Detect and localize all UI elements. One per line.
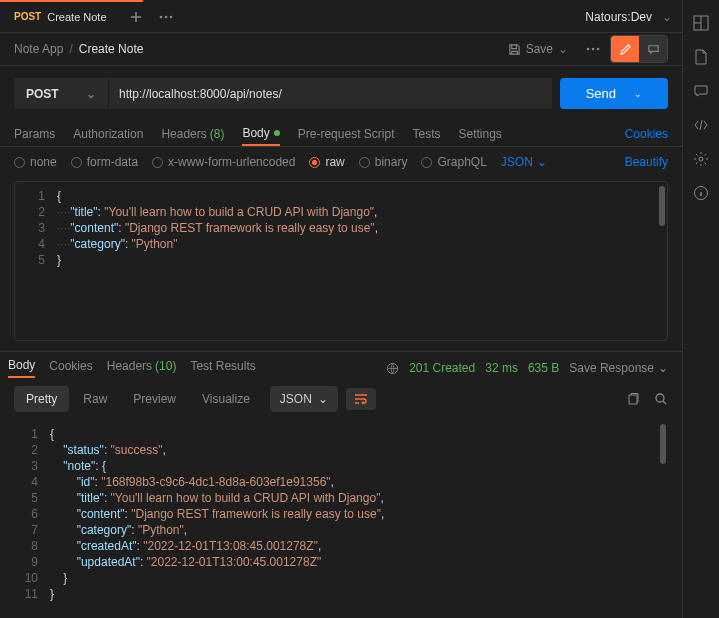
- svg-rect-7: [629, 395, 637, 404]
- breadcrumb: Note App / Create Note Save ⌄: [0, 33, 682, 66]
- resp-tab-body[interactable]: Body: [8, 358, 35, 378]
- comments-icon[interactable]: [693, 83, 709, 99]
- save-icon: [508, 43, 521, 56]
- tab-authorization[interactable]: Authorization: [73, 121, 143, 146]
- tab-body[interactable]: Body: [242, 121, 279, 146]
- body-type-raw[interactable]: raw: [309, 155, 344, 169]
- radio-icon: [309, 157, 320, 168]
- request-more-button[interactable]: [586, 47, 600, 51]
- body-type-binary[interactable]: binary: [359, 155, 408, 169]
- chevron-down-icon: ⌄: [658, 361, 668, 375]
- code-content[interactable]: { ····"title": "You'll learn how to buil…: [53, 182, 667, 340]
- breadcrumb-parent[interactable]: Note App: [14, 42, 63, 56]
- view-visualize[interactable]: Visualize: [190, 386, 262, 412]
- chevron-down-icon: ⌄: [318, 392, 328, 406]
- scrollbar[interactable]: [660, 424, 666, 464]
- environment-selector[interactable]: Natours:Dev ⌄: [585, 10, 682, 24]
- status-code: 201 Created: [409, 361, 475, 375]
- view-preview[interactable]: Preview: [121, 386, 188, 412]
- right-sidebar: [682, 0, 719, 618]
- code-content: { "status": "success", "note": { "id": "…: [46, 420, 668, 608]
- request-tab[interactable]: POST Create Note: [0, 2, 121, 32]
- response-body-editor[interactable]: 1234567891011 { "status": "success", "no…: [8, 420, 668, 608]
- body-type-none[interactable]: none: [14, 155, 57, 169]
- more-icon: [586, 47, 600, 51]
- more-icon: [159, 15, 173, 19]
- response-format-select[interactable]: JSON⌄: [270, 386, 338, 412]
- beautify-button[interactable]: Beautify: [625, 155, 668, 169]
- tab-more-button[interactable]: [151, 15, 181, 19]
- body-type-graphql[interactable]: GraphQL: [421, 155, 486, 169]
- radio-icon: [14, 157, 25, 168]
- tab-name-label: Create Note: [47, 11, 106, 23]
- save-response-button[interactable]: Save Response⌄: [569, 361, 668, 375]
- settings-icon[interactable]: [693, 151, 709, 167]
- line-gutter: 12345: [15, 182, 53, 340]
- tab-headers[interactable]: Headers(8): [161, 121, 224, 146]
- edit-mode-button[interactable]: [611, 36, 639, 62]
- chevron-down-icon: ⌄: [634, 89, 642, 99]
- tab-tests[interactable]: Tests: [412, 121, 440, 146]
- status-size: 635 B: [528, 361, 559, 375]
- radio-icon: [152, 157, 163, 168]
- tab-settings[interactable]: Settings: [459, 121, 502, 146]
- svg-point-1: [164, 16, 167, 19]
- search-icon[interactable]: [654, 392, 668, 406]
- scrollbar[interactable]: [659, 186, 665, 226]
- chevron-down-icon: ⌄: [86, 87, 96, 101]
- response-toolbar: Pretty Raw Preview Visualize JSON⌄: [0, 378, 682, 420]
- save-button[interactable]: Save ⌄: [500, 38, 576, 60]
- tab-params[interactable]: Params: [14, 121, 55, 146]
- info-icon[interactable]: [693, 185, 709, 201]
- chevron-down-icon: ⌄: [662, 10, 672, 24]
- radio-icon: [421, 157, 432, 168]
- resp-tab-testresults[interactable]: Test Results: [190, 359, 255, 377]
- method-value: POST: [26, 87, 59, 101]
- svg-point-0: [159, 16, 162, 19]
- tab-prerequest[interactable]: Pre-request Script: [298, 121, 395, 146]
- cookies-link[interactable]: Cookies: [625, 127, 668, 141]
- wrap-icon: [354, 394, 368, 404]
- resp-tab-cookies[interactable]: Cookies: [49, 359, 92, 377]
- view-raw[interactable]: Raw: [71, 386, 119, 412]
- url-row: POST ⌄ Send ⌄: [0, 66, 682, 121]
- breadcrumb-current: Create Note: [79, 42, 144, 56]
- docs-icon[interactable]: [693, 49, 709, 65]
- svg-point-4: [592, 48, 595, 51]
- copy-icon[interactable]: [626, 392, 640, 406]
- add-tab-button[interactable]: [121, 11, 151, 23]
- chevron-down-icon: ⌄: [558, 42, 568, 56]
- raw-format-select[interactable]: JSON⌄: [501, 155, 547, 169]
- radio-icon: [71, 157, 82, 168]
- environment-name: Natours:Dev: [585, 10, 652, 24]
- save-label: Save: [526, 42, 553, 56]
- chevron-down-icon: ⌄: [537, 155, 547, 169]
- layout-icon[interactable]: [693, 15, 709, 31]
- send-button[interactable]: Send ⌄: [560, 78, 668, 109]
- pencil-icon: [619, 43, 632, 56]
- comment-mode-button[interactable]: [639, 36, 667, 62]
- response-tabs: Body Cookies Headers(10) Test Results 20…: [0, 351, 682, 378]
- method-select[interactable]: POST ⌄: [14, 78, 108, 109]
- status-time: 32 ms: [485, 361, 518, 375]
- svg-point-10: [699, 157, 703, 161]
- body-type-row: none form-data x-www-form-urlencoded raw…: [0, 147, 682, 177]
- dot-indicator-icon: [274, 130, 280, 136]
- resp-tab-headers[interactable]: Headers(10): [107, 359, 177, 377]
- svg-point-3: [587, 48, 590, 51]
- svg-point-5: [597, 48, 600, 51]
- body-type-urlencoded[interactable]: x-www-form-urlencoded: [152, 155, 295, 169]
- tab-method-label: POST: [14, 11, 41, 22]
- svg-point-2: [169, 16, 172, 19]
- request-body-editor[interactable]: 12345 { ····"title": "You'll learn how t…: [14, 181, 668, 341]
- request-tabs: Params Authorization Headers(8) Body Pre…: [0, 121, 682, 147]
- url-input[interactable]: [109, 78, 552, 109]
- wrap-lines-button[interactable]: [346, 388, 376, 410]
- view-pretty[interactable]: Pretty: [14, 386, 69, 412]
- send-label: Send: [586, 86, 616, 101]
- body-type-formdata[interactable]: form-data: [71, 155, 138, 169]
- globe-icon: [386, 362, 399, 375]
- plus-icon: [130, 11, 142, 23]
- code-icon[interactable]: [693, 117, 709, 133]
- line-gutter: 1234567891011: [8, 420, 46, 608]
